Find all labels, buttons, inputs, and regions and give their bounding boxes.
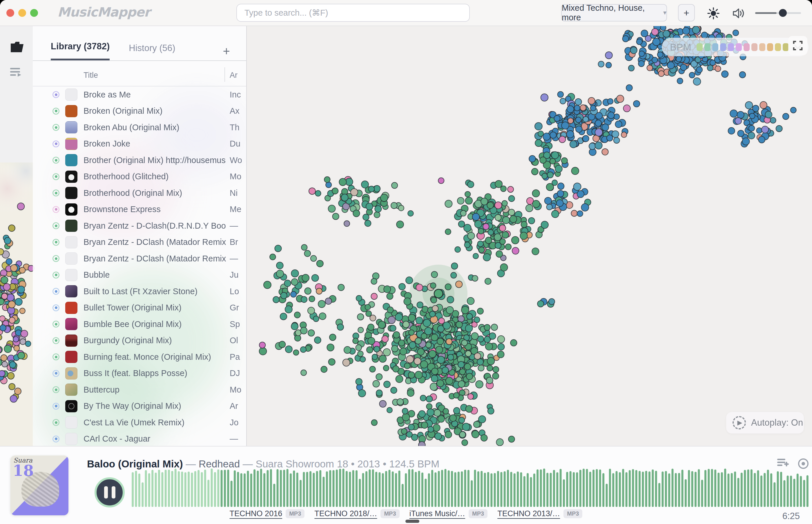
album-art-thumbnail — [65, 88, 78, 101]
add-to-queue-button[interactable] — [777, 458, 790, 470]
volume-slider[interactable] — [755, 12, 801, 15]
track-title-cell: Bryan Zentz - DClash (Matador Remix… — [84, 254, 226, 263]
list-item[interactable]: By The Way (Original Mix)Ar — [33, 398, 246, 415]
tab-history[interactable]: History (56) — [129, 43, 175, 60]
track-artist-cell: DJ — [230, 369, 246, 378]
album-art-thumbnail — [65, 220, 78, 232]
list-item[interactable]: Broken JokeDu — [33, 136, 246, 152]
locate-track-icon[interactable] — [52, 173, 60, 180]
locate-track-icon[interactable] — [52, 239, 60, 246]
list-item[interactable]: Bryan Zentz - D-Clash(D.R.N.D.Y Boo…— — [33, 218, 246, 234]
locate-track-icon[interactable] — [52, 141, 60, 147]
add-playlist-button[interactable]: + — [223, 46, 230, 60]
window-controls — [6, 9, 38, 17]
bpm-color-chip — [697, 43, 703, 51]
list-item[interactable]: Bullet Tower (Original Mix)Gr — [33, 300, 246, 316]
list-item[interactable]: Broke as MeInc — [33, 86, 246, 103]
profile-selector[interactable]: Mixed Techno, House, more ▾ — [561, 4, 667, 21]
list-item[interactable]: Bryan Zentz - DClash (Matador Remix…— — [33, 250, 246, 267]
locate-track-icon[interactable] — [52, 206, 60, 213]
column-header-artist[interactable]: Ar — [230, 71, 237, 80]
format-badge: MP3 — [469, 509, 488, 518]
volume-thumb[interactable] — [779, 9, 787, 17]
track-artist-cell: Ax — [230, 106, 246, 116]
locate-track-icon[interactable] — [52, 222, 60, 229]
record-target-button[interactable] — [798, 458, 809, 469]
close-window-button[interactable] — [6, 9, 14, 17]
volume-track-filled — [755, 12, 777, 14]
column-header-title[interactable]: Title — [84, 71, 98, 80]
locate-track-icon[interactable] — [52, 255, 60, 262]
zoom-window-button[interactable] — [30, 9, 38, 17]
list-item[interactable]: Brother (Original Mix) http://housemus…W… — [33, 152, 246, 168]
sidebar-rail — [0, 26, 33, 163]
source-tab[interactable]: TECHNO 2016MP3 — [230, 509, 305, 518]
locate-track-icon[interactable] — [52, 108, 60, 115]
list-item[interactable]: Brotherhood (Glitched)Mo — [33, 168, 246, 185]
search-input[interactable] — [236, 4, 470, 22]
autoplay-toggle[interactable]: ▶ Autoplay: On — [726, 412, 804, 433]
list-item[interactable]: Broken (Original Mix)Ax — [33, 103, 246, 119]
minimize-window-button[interactable] — [18, 9, 26, 17]
source-tab[interactable]: TECHNO 2013/…MP3 — [497, 509, 582, 518]
locate-track-icon[interactable] — [52, 288, 60, 295]
mute-button[interactable] — [732, 6, 746, 20]
album-art-thumbnail — [65, 236, 78, 248]
list-item[interactable]: C'est La Vie (Umek Remix)Jo — [33, 414, 246, 431]
locate-track-icon[interactable] — [52, 272, 60, 279]
bpm-legend[interactable]: BPM — [662, 38, 809, 56]
waveform-seekbar[interactable] — [131, 468, 809, 507]
source-tab-label[interactable]: TECHNO 2018/… — [314, 509, 377, 518]
locate-track-icon[interactable] — [52, 403, 60, 410]
locate-track-icon[interactable] — [52, 419, 60, 426]
sun-icon — [707, 7, 720, 20]
source-tab[interactable]: iTunes Music/…MP3 — [409, 509, 488, 518]
tab-library[interactable]: Library (3782) — [51, 41, 109, 60]
library-tabs: Library (3782) History (56) + — [33, 26, 246, 60]
horizontal-scrollbar-thumb[interactable] — [405, 520, 419, 523]
library-panel: Library (3782) History (56) + Title Ar B… — [33, 26, 247, 446]
list-item[interactable]: Bryan Zentz - DClash (Matador Remix)Br — [33, 234, 246, 251]
locate-track-icon[interactable] — [52, 157, 60, 164]
source-tab-label[interactable]: TECHNO 2016 — [230, 509, 283, 518]
source-tab-label[interactable]: TECHNO 2013/… — [497, 509, 560, 518]
locate-track-icon[interactable] — [52, 386, 60, 393]
add-map-button[interactable]: + — [678, 4, 695, 21]
locate-track-icon[interactable] — [52, 190, 60, 196]
locate-track-icon[interactable] — [52, 124, 60, 131]
list-item[interactable]: Brownstone ExpressMe — [33, 201, 246, 218]
theme-toggle-button[interactable] — [707, 6, 720, 20]
track-artist-cell: Inc — [230, 90, 246, 99]
list-item[interactable]: Buss It (feat. Blapps Posse)DJ — [33, 365, 246, 382]
library-folder-button[interactable] — [7, 38, 26, 56]
fullscreen-button[interactable] — [788, 36, 807, 55]
locate-track-icon[interactable] — [52, 370, 60, 377]
locate-track-icon[interactable] — [52, 354, 60, 360]
track-artist-cell: Ni — [230, 188, 246, 198]
list-item[interactable]: Burgundy (Original Mix)Ol — [33, 332, 246, 349]
locate-track-icon[interactable] — [52, 337, 60, 344]
pause-button[interactable] — [95, 477, 125, 507]
playlist-button[interactable] — [7, 63, 26, 82]
source-tab[interactable]: TECHNO 2018/…MP3 — [314, 509, 399, 518]
list-item[interactable]: Bumble Bee (Original Mix)Sp — [33, 316, 246, 332]
locate-track-icon[interactable] — [52, 304, 60, 311]
list-item[interactable]: Brotherhood (Original Mix)Ni — [33, 185, 246, 201]
list-item[interactable]: Built to Last (Ft Xzavier Stone)Lo — [33, 283, 246, 300]
list-item[interactable]: CArl Cox - Jaguar— — [33, 431, 246, 446]
track-artist-cell: Jo — [230, 418, 246, 427]
locate-track-icon[interactable] — [52, 321, 60, 328]
track-title-cell: Bullet Tower (Original Mix) — [84, 303, 226, 312]
track-title-cell: Brownstone Express — [84, 204, 226, 214]
track-title-cell: Bumble Bee (Original Mix) — [84, 320, 226, 329]
locate-track-icon[interactable] — [52, 91, 60, 98]
source-tab-label[interactable]: iTunes Music/… — [409, 509, 466, 518]
album-art-thumbnail — [65, 285, 78, 297]
list-item[interactable]: Burning feat. Monce (Original Mix)Pa — [33, 349, 246, 365]
list-item[interactable]: BubbleJu — [33, 267, 246, 283]
list-item[interactable]: ButtercupMo — [33, 381, 246, 398]
list-item[interactable]: Broken Abu (Original Mix)Th — [33, 119, 246, 136]
track-title-cell: By The Way (Original Mix) — [84, 401, 226, 411]
track-title-cell: Buss It (feat. Blapps Posse) — [84, 369, 226, 378]
locate-track-icon[interactable] — [52, 436, 60, 442]
